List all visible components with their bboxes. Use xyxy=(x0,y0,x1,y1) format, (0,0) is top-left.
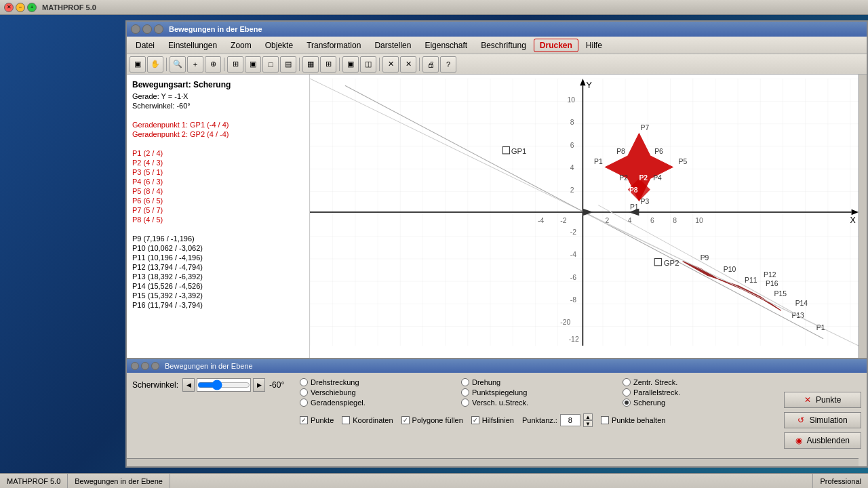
radio-geradenspiegel[interactable]: Geradenspiegel. xyxy=(300,399,454,407)
scherwinkel-slider[interactable] xyxy=(197,379,250,391)
simulation-button[interactable]: ↺ Simulation xyxy=(784,412,861,428)
punktanz-down-btn[interactable]: ▼ xyxy=(583,420,593,427)
punktanz-input[interactable] xyxy=(560,414,580,426)
close-button[interactable]: ✕ xyxy=(4,3,14,12)
scherwinkel-label: Scherwinkel: -60° xyxy=(132,102,304,110)
toolbar-sep3 xyxy=(299,58,300,71)
slider-track[interactable] xyxy=(197,378,251,392)
punkte-button[interactable]: ✕ Punkte xyxy=(784,392,861,408)
status-app-name: MATHPROF 5.0 xyxy=(0,474,68,488)
tool-select[interactable]: ▣ xyxy=(130,56,146,73)
svg-text:P9: P9 xyxy=(701,254,709,262)
checkbox-hilfslinien-label: Hilfslinien xyxy=(482,416,514,424)
svg-text:P10: P10 xyxy=(724,266,736,273)
radio-drehstreckung[interactable]: Drehstreckung xyxy=(300,378,454,386)
scherwinkel-row: Scherwinkel: ◀ ▶ -60° xyxy=(132,378,293,392)
svg-text:10: 10 xyxy=(695,217,703,224)
main-title-bar: ✕ − + MATHPROF 5.0 xyxy=(0,0,868,15)
status-bar: MATHPROF 5.0 Bewegungen in der Ebene Pro… xyxy=(0,473,868,488)
gerade-label: Gerade: Y = -1·X xyxy=(132,92,304,100)
checkbox-punkte-behalten-label: Punkte behalten xyxy=(612,416,666,424)
tool-zoom-in[interactable]: + xyxy=(187,56,203,73)
tool-grid[interactable]: ⊞ xyxy=(227,56,243,73)
svg-text:Y: Y xyxy=(587,81,593,90)
radio-scherung[interactable]: Scherung xyxy=(623,399,777,407)
control-title-bar: Bewegungen in der Ebene xyxy=(127,359,867,373)
ctrl-max-btn[interactable] xyxy=(151,362,159,370)
svg-text:6: 6 xyxy=(570,142,574,149)
radio-verschiebung[interactable]: Verschiebung xyxy=(300,388,454,396)
point-p6: P6 (6 / 5) xyxy=(132,197,304,205)
checkbox-punkte-behalten[interactable]: Punkte behalten xyxy=(601,416,666,424)
checkbox-punkte-behalten-box xyxy=(601,416,609,424)
toolbar-sep6 xyxy=(419,58,420,71)
radio-drehung[interactable]: Drehung xyxy=(461,378,616,386)
tool-close-x[interactable]: ✕ xyxy=(382,56,399,73)
inner-max-btn[interactable] xyxy=(154,24,163,34)
tool-table2[interactable]: ⊞ xyxy=(320,56,336,73)
punkte-icon: ✕ xyxy=(804,395,811,405)
maximize-button[interactable]: + xyxy=(27,3,37,12)
menu-zoom[interactable]: Zoom xyxy=(224,39,258,52)
slider-right-btn[interactable]: ▶ xyxy=(253,378,265,392)
menu-darstellen[interactable]: Darstellen xyxy=(368,39,417,52)
tool-fit[interactable]: ▣ xyxy=(245,56,261,73)
svg-text:P7: P7 xyxy=(640,124,649,131)
tool-zoom-out[interactable]: 🔍 xyxy=(170,56,186,73)
control-content: Scherwinkel: ◀ ▶ -60° xyxy=(127,373,867,468)
tool-export2[interactable]: ◫ xyxy=(360,56,376,73)
tool-print[interactable]: 🖨 xyxy=(422,56,439,73)
ctrl-close-btn[interactable] xyxy=(131,362,139,370)
radio-parallelstreck-label: Parallelstreck. xyxy=(633,388,680,396)
scrollbar-horizontal[interactable] xyxy=(127,458,859,466)
scrollbar-vertical[interactable] xyxy=(859,75,867,358)
radio-drehstreckung-label: Drehstreckung xyxy=(311,378,359,386)
control-panel: Bewegungen in der Ebene Scherwinkel: ◀ ▶ xyxy=(127,358,867,466)
radio-versch-ustreck[interactable]: Versch. u.Streck. xyxy=(461,399,616,407)
svg-text:-4: -4 xyxy=(570,251,576,258)
svg-text:X: X xyxy=(850,216,856,225)
radio-parallelstreck[interactable]: Parallelstreck. xyxy=(623,388,777,396)
app-title: MATHPROF 5.0 xyxy=(42,3,96,12)
punktanz-up-btn[interactable]: ▲ xyxy=(583,413,593,420)
menu-hilfe[interactable]: Hilfe xyxy=(580,39,608,52)
minimize-button[interactable]: − xyxy=(16,3,25,12)
radio-versch-circle xyxy=(461,399,469,407)
radio-drehstreckung-circle xyxy=(300,378,308,386)
window-controls: ✕ − + xyxy=(4,3,37,12)
svg-text:6: 6 xyxy=(650,217,654,224)
checkbox-koordinaten[interactable]: Koordinaten xyxy=(342,416,393,424)
tool-fit2[interactable]: □ xyxy=(262,56,279,73)
tool-export[interactable]: ▣ xyxy=(342,56,359,73)
svg-text:P2: P2 xyxy=(639,174,648,182)
menu-objekte[interactable]: Objekte xyxy=(259,39,299,52)
checkbox-punkte[interactable]: Punkte xyxy=(300,416,334,424)
tool-zoom-reset[interactable]: ⊕ xyxy=(205,56,221,73)
tool-help[interactable]: ? xyxy=(440,56,456,73)
radio-punktspiegelung[interactable]: Punktspiegelung xyxy=(461,388,616,396)
menu-datei[interactable]: Datei xyxy=(130,39,161,52)
geradenpunkt1-label: Geradenpunkt 1: GP1 (-4 / 4) xyxy=(132,121,304,129)
menu-drucken[interactable]: Drucken xyxy=(534,39,578,52)
menu-beschriftung[interactable]: Beschriftung xyxy=(475,39,532,52)
svg-text:P8: P8 xyxy=(616,148,625,155)
inner-min-btn[interactable] xyxy=(142,24,152,34)
ausblenden-button[interactable]: ◉ Ausblenden xyxy=(784,432,861,449)
menu-transformation[interactable]: Transformation xyxy=(300,39,367,52)
svg-text:-20: -20 xyxy=(560,319,570,326)
tool-close-x2[interactable]: ✕ xyxy=(400,56,416,73)
inner-window: Bewegungen in der Ebene Datei Einstellun… xyxy=(125,20,868,468)
slider-left-btn[interactable]: ◀ xyxy=(182,378,195,392)
menu-eigenschaft[interactable]: Eigenschaft xyxy=(418,39,473,52)
radio-scherung-label: Scherung xyxy=(633,399,665,407)
tool-hand[interactable]: ✋ xyxy=(147,56,163,73)
checkbox-hilfslinien[interactable]: Hilfslinien xyxy=(471,416,514,424)
tool-fit3[interactable]: ▤ xyxy=(280,56,296,73)
ctrl-min-btn[interactable] xyxy=(141,362,149,370)
radio-zentr-streck[interactable]: Zentr. Streck. xyxy=(623,378,777,386)
menu-einstellungen[interactable]: Einstellungen xyxy=(162,39,223,52)
inner-close-btn[interactable] xyxy=(131,24,140,34)
tool-table[interactable]: ▦ xyxy=(302,56,319,73)
checkbox-polygone[interactable]: Polygone füllen xyxy=(401,416,463,424)
checkbox-hilfslinien-box xyxy=(471,416,479,424)
